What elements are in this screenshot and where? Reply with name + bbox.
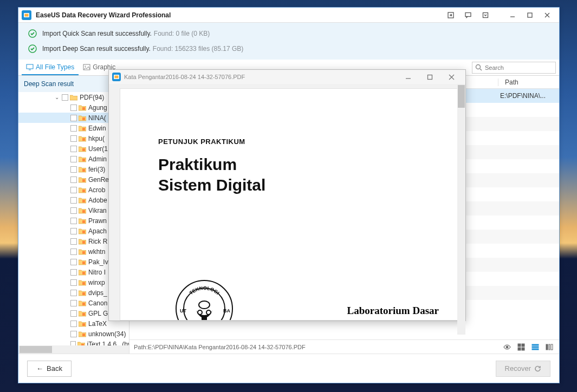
folder-icon [79,156,86,162]
view-detail-icon[interactable] [544,342,555,352]
svg-rect-31 [82,303,85,305]
checkbox[interactable] [70,115,77,121]
checkbox[interactable] [70,125,77,132]
tree-horizontal-scrollbar[interactable] [18,345,129,354]
svg-rect-42 [532,347,539,348]
svg-rect-40 [522,348,524,350]
recover-button[interactable]: Recover [496,361,550,377]
feedback-icon[interactable] [459,10,477,21]
maximize-button[interactable] [521,10,539,21]
svg-rect-48 [115,76,119,79]
folder-icon [79,310,86,317]
checkbox[interactable] [70,259,77,265]
tree-node-label: Agung [88,104,107,112]
back-label: Back [47,364,62,373]
tree-node-label: Acrob [88,186,105,194]
tree-node-label: LaTeX [88,320,107,328]
checkbox[interactable] [70,300,77,306]
checkbox[interactable] [62,94,68,101]
scrollbar-thumb[interactable] [20,346,52,353]
deep-scan-status: Import Deep Scan result successfully. Fo… [24,41,554,56]
folder-icon [79,228,86,234]
folder-icon [79,238,86,245]
checkbox[interactable] [70,187,77,193]
checkbox[interactable] [70,104,77,111]
checkbox[interactable] [70,321,77,327]
checkbox[interactable] [70,331,77,337]
deep-scan-found: Found: 156233 files (85.17 GB) [153,45,243,53]
preview-close-button[interactable] [440,71,462,83]
folder-icon [79,177,86,183]
preview-minimize-button[interactable] [397,71,419,83]
svg-rect-4 [483,12,488,17]
checkbox[interactable] [70,238,77,245]
checkbox[interactable] [70,177,77,183]
checkbox[interactable] [70,269,77,276]
svg-rect-38 [522,344,524,347]
tree-node[interactable]: iText 1.4.6 _(by low [18,339,129,345]
preview-maximize-button[interactable] [419,71,440,83]
menu-dropdown-icon[interactable] [477,10,494,21]
svg-rect-13 [82,117,85,120]
svg-text:BA: BA [223,308,230,313]
current-path-text: Path:E:\PDF\NINA\Kata Pengantar2016-08-2… [134,344,306,350]
tree-node-label: hkpu( [88,135,105,142]
checkbox[interactable] [70,218,77,224]
svg-rect-58 [202,317,207,321]
search-box[interactable] [472,62,556,74]
doc-subheading: Laboratorium Dasar [347,305,439,317]
checkbox[interactable] [70,197,77,204]
desktop-background: EaseUS Data Recovery Wizard Professional… [0,0,577,392]
checkbox[interactable] [70,146,77,152]
svg-rect-41 [532,344,539,345]
tab-all-file-types[interactable]: All File Types [22,60,79,75]
checkbox[interactable] [70,279,77,286]
column-header-path[interactable]: Path [498,79,518,86]
tree-node-label: Prawn [88,217,107,225]
tree-node-label: iText 1.4.6 _(by low [87,341,129,346]
checkbox[interactable] [70,135,77,142]
checkbox[interactable] [70,310,77,317]
minimize-button[interactable] [504,10,521,21]
share-icon[interactable] [442,10,459,21]
preview-vertical-scrollbar[interactable] [457,84,465,335]
checkbox[interactable] [70,228,77,234]
svg-rect-39 [518,348,521,350]
back-button[interactable]: ← Back [27,361,72,377]
checkbox[interactable] [70,156,77,162]
tree-node-label: Adobe [88,197,107,204]
preview-document[interactable]: PETUNJUK PRAKTIKUM Praktikum Sistem Digi… [120,88,461,321]
folder-icon [79,279,86,286]
tree-node[interactable]: unknown(34) [18,329,129,339]
quick-scan-message: Import Quick Scan result successfully. [42,30,152,37]
chevron-down-icon[interactable]: ⌄ [54,94,60,100]
svg-rect-20 [82,190,85,192]
quick-scan-status: Import Quick Scan result successfully. F… [24,26,554,41]
checkbox[interactable] [70,290,77,296]
svg-rect-49 [427,75,432,79]
folder-icon [79,146,86,152]
view-grid-icon[interactable] [516,342,527,352]
close-button[interactable] [539,10,556,21]
checkbox[interactable] [70,166,77,173]
preview-eye-icon[interactable] [502,342,513,352]
tree-node-label: dvips_ [88,289,107,297]
folder-icon [79,115,86,121]
checkbox[interactable] [70,207,77,214]
svg-rect-30 [82,292,85,295]
svg-rect-1 [25,14,29,16]
path-bar: Path:E:\PDF\NINA\Kata Pengantar2016-08-2… [129,339,559,354]
svg-point-10 [85,66,86,67]
svg-rect-18 [82,169,85,172]
tree-node-label: NINA( [88,114,106,122]
university-seal-icon: TEKNOLOGI UT BA [174,279,234,321]
checkbox[interactable] [70,249,77,255]
view-list-icon[interactable] [530,342,541,352]
preview-app-icon [112,73,121,81]
svg-rect-24 [82,231,85,233]
checkbox[interactable] [70,341,76,346]
app-logo [22,10,31,20]
search-input[interactable] [485,64,550,71]
document-page: PETUNJUK PRAKTIKUM Praktikum Sistem Digi… [120,89,461,195]
scrollbar-thumb[interactable] [458,85,465,108]
